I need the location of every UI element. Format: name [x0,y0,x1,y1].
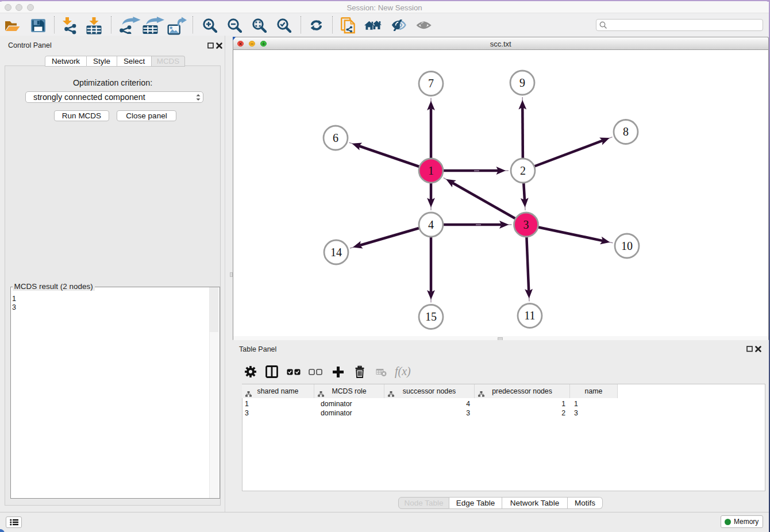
svg-text:10: 10 [621,240,633,252]
svg-text:1: 1 [428,164,434,177]
svg-text:8: 8 [623,125,629,138]
svg-text:3: 3 [523,218,529,231]
svg-text:15: 15 [425,310,437,323]
svg-text:7: 7 [428,77,434,90]
svg-text:11: 11 [524,309,535,322]
svg-text:2: 2 [520,164,526,177]
svg-text:14: 14 [330,246,342,259]
svg-text:4: 4 [428,218,434,231]
svg-text:6: 6 [333,132,338,144]
svg-text:9: 9 [519,76,525,89]
